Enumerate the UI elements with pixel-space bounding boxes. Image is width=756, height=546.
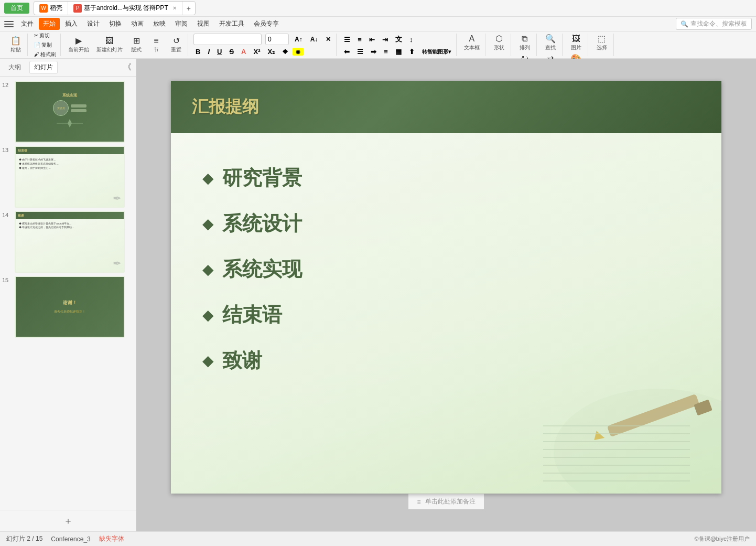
- slide-thumb-14[interactable]: 致谢 ◆ 撰写本文的毕业设计首先基于android平台... ◆ 毕业设计完成之…: [15, 211, 125, 273]
- slide-body: ◆ 研究背景 ◆ 系统设计 ◆ 系统实现 ◆ 结束语: [171, 133, 721, 494]
- strikethrough-button[interactable]: S: [226, 47, 237, 57]
- menu-slideshow[interactable]: 放映: [149, 18, 170, 30]
- search-bar[interactable]: 🔍 查找命令、搜索模板: [676, 18, 752, 30]
- menu-transition[interactable]: 切换: [105, 18, 126, 30]
- notes-icon: ≡: [417, 498, 420, 506]
- svg-marker-2: [68, 123, 72, 127]
- list-item[interactable]: 15 谢谢！ 请各位老师批评指正！: [2, 276, 134, 338]
- column-layout[interactable]: ▦: [392, 47, 405, 57]
- font-color-button[interactable]: A: [238, 47, 249, 57]
- clear-format[interactable]: ✕: [322, 35, 334, 44]
- slide-thumb-13[interactable]: 结束语 ◆ 由于计算机技术的飞速发展... ◆ 本系统以网络分布式存储服务...…: [15, 146, 125, 208]
- list-bullet[interactable]: ☰: [341, 35, 353, 45]
- more-format[interactable]: ❖: [279, 47, 291, 57]
- shape-button[interactable]: ⬡ 形状: [490, 34, 509, 52]
- list-item[interactable]: 14 致谢 ◆ 撰写本文的毕业设计首先基于android平台... ◆ 毕业设计…: [2, 211, 134, 273]
- thumb13-content: ◆ 由于计算机技术的飞速发展... ◆ 本系统以网络分布式存储服务... ◆ 最…: [18, 156, 122, 171]
- menu-animation[interactable]: 动画: [127, 18, 148, 30]
- paste-button[interactable]: 📋 粘贴: [6, 36, 25, 55]
- indent-increase[interactable]: ⇥: [379, 35, 391, 45]
- list-item[interactable]: 13 结束语 ◆ 由于计算机技术的飞速发展... ◆ 本系统以网络分布式存储服务…: [2, 146, 134, 208]
- cut-button[interactable]: ✂ 剪切: [32, 31, 52, 40]
- menu-view[interactable]: 视图: [193, 18, 214, 30]
- align-justify[interactable]: ≡: [381, 47, 391, 57]
- slide-list: 12 系统实现 资源员: [0, 77, 136, 510]
- bullet-text-3: 系统实现: [222, 256, 302, 283]
- font-size-input[interactable]: [265, 34, 289, 45]
- add-slide-button[interactable]: ＋: [0, 510, 136, 531]
- list-number[interactable]: ≡: [354, 35, 365, 45]
- format-painter-button[interactable]: 🖌 格式刷: [32, 50, 58, 59]
- missing-font[interactable]: 缺失字体: [99, 534, 124, 543]
- reset-button[interactable]: ↺ 重置: [167, 36, 186, 55]
- align-center[interactable]: ☰: [354, 47, 366, 57]
- tab-outline[interactable]: 大纲: [4, 61, 25, 73]
- tab-ppt-icon: P: [73, 4, 82, 13]
- copy-button[interactable]: 📄 复制: [32, 41, 54, 49]
- font-name-input[interactable]: [193, 34, 262, 45]
- current-slide-button[interactable]: ▶ 当前开始: [65, 36, 92, 55]
- align-right[interactable]: ➡: [368, 47, 380, 57]
- title-bar: 首页 W 稻壳 P 基于android...与实现 答辩PPT ✕ +: [0, 0, 756, 17]
- slide-number-13: 13: [2, 146, 13, 153]
- indent-decrease[interactable]: ⇤: [366, 35, 378, 45]
- menu-developer[interactable]: 开发工具: [215, 18, 249, 30]
- arrange-group: ⧉ 排列 ⭮ 轮廓: [513, 34, 537, 56]
- align-top[interactable]: ⬆: [406, 47, 418, 57]
- slide-thumb-12[interactable]: 系统实现 资源员: [15, 81, 125, 143]
- tab-slide[interactable]: 幻灯片: [29, 61, 58, 74]
- picture-icon: 🖼: [572, 35, 580, 43]
- home-tab[interactable]: 首页: [4, 3, 29, 14]
- font-size-increase[interactable]: A↑: [291, 35, 306, 44]
- thumb15-sub: 请各位老师批评指正！: [54, 309, 85, 314]
- tab-add-button[interactable]: +: [182, 2, 195, 15]
- menu-insert[interactable]: 插入: [61, 18, 82, 30]
- arrange-button[interactable]: ⧉ 排列: [515, 34, 534, 52]
- subscript-button[interactable]: X₂: [264, 47, 278, 57]
- layout-button[interactable]: ⊞ 版式: [127, 36, 146, 55]
- menu-vip[interactable]: 会员专享: [250, 18, 283, 30]
- highlight-button[interactable]: ◉: [293, 48, 304, 56]
- bullet-text-1: 研究背景: [222, 165, 302, 191]
- superscript-button[interactable]: X²: [250, 47, 263, 57]
- tab-wps[interactable]: W 稻壳: [34, 2, 68, 15]
- menu-file[interactable]: 文件: [17, 18, 38, 30]
- play-icon: ▶: [75, 37, 82, 45]
- insert-group: A 文本框: [459, 34, 485, 56]
- convert-to-shape[interactable]: 转智能图形▾: [419, 47, 454, 57]
- notes-bar[interactable]: ≡ 单击此处添加备注: [408, 494, 483, 509]
- textbox-button[interactable]: A 文本框: [461, 34, 483, 52]
- find-button[interactable]: 🔍 查找: [541, 34, 560, 52]
- collapse-icon[interactable]: 《: [123, 62, 132, 73]
- underline-button[interactable]: U: [214, 47, 225, 57]
- align-left[interactable]: ⬅: [341, 47, 353, 57]
- section-button[interactable]: ≡ 节: [147, 36, 166, 55]
- diamond-icon-4: ◆: [202, 306, 214, 324]
- slide-canvas[interactable]: 汇报提纲 ◆ 研究背景 ◆ 系统设计 ◆ 系统实现: [171, 81, 721, 494]
- bullet-5: ◆ 致谢: [202, 347, 302, 374]
- search-icon: 🔍: [681, 20, 688, 28]
- menu-review[interactable]: 审阅: [171, 18, 192, 30]
- picture-button[interactable]: 🖼 图片: [567, 34, 586, 52]
- line-spacing[interactable]: ↕: [406, 35, 416, 45]
- new-slide-button[interactable]: 🖼 新建幻灯片: [93, 36, 126, 55]
- search-placeholder: 查找命令、搜索模板: [690, 19, 747, 28]
- menu-design[interactable]: 设计: [83, 18, 104, 30]
- copy-icon: 📄: [34, 42, 40, 48]
- thumb12-header: 系统实现: [62, 93, 77, 98]
- bullet-text-5: 致谢: [222, 347, 262, 374]
- font-size-decrease[interactable]: A↓: [307, 35, 321, 44]
- select-button[interactable]: ⬚ 选择: [592, 34, 611, 52]
- list-item[interactable]: 12 系统实现 资源员: [2, 81, 134, 143]
- slide-thumb-15[interactable]: 谢谢！ 请各位老师批评指正！: [15, 276, 125, 338]
- menu-icon[interactable]: [4, 19, 14, 29]
- bold-button[interactable]: B: [192, 47, 203, 57]
- shape-group: ⬡ 形状: [488, 34, 511, 56]
- status-right: ©备课@biye注册用户: [695, 535, 750, 543]
- menu-start[interactable]: 开始: [39, 18, 60, 30]
- text-direction[interactable]: 文: [392, 34, 405, 45]
- italic-button[interactable]: I: [204, 47, 213, 57]
- svg-rect-12: [543, 465, 690, 466]
- tab-ppt-close[interactable]: ✕: [172, 5, 177, 11]
- tab-ppt[interactable]: P 基于android...与实现 答辩PPT ✕: [68, 2, 182, 15]
